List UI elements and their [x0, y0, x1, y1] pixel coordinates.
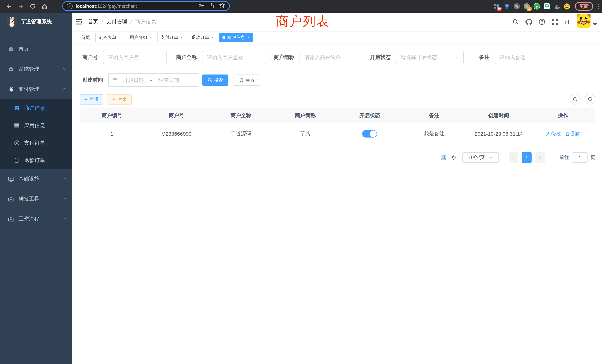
chevron-down-icon — [455, 55, 460, 60]
sidebar-item-label: 支付订单 — [24, 139, 45, 146]
close-icon[interactable]: × — [247, 35, 250, 40]
sidebar-submenu-pay: 商户信息 应用信息 ¥ 支付订单 — [0, 99, 72, 169]
sidebar-item-home[interactable]: 首页 — [0, 39, 72, 59]
export-button[interactable]: 导出 — [107, 94, 132, 104]
search-icon — [208, 78, 212, 82]
browser-forward-icon[interactable] — [18, 3, 24, 9]
tab-merchant-info[interactable]: 商户信息× — [219, 33, 253, 42]
tab-pay-order[interactable]: 支付订单× — [157, 33, 186, 42]
refresh-table-button[interactable] — [585, 94, 595, 105]
sidebar-item-label: 退款订单 — [24, 157, 45, 164]
delete-link[interactable]: 删除 — [565, 130, 581, 137]
col-actions: 操作 — [531, 108, 595, 123]
extension-command-icon[interactable]: ⌘ — [513, 3, 520, 10]
sidebar-item-merchant-info[interactable]: 商户信息 — [0, 99, 72, 117]
plus-icon: + — [85, 96, 87, 102]
browser-back-icon[interactable] — [6, 3, 12, 9]
end-date-input[interactable] — [153, 77, 185, 83]
start-date-input[interactable] — [118, 77, 149, 83]
next-page-button[interactable] — [535, 152, 545, 163]
tab-process-form[interactable]: 流程表单× — [95, 33, 124, 42]
page-size-select[interactable]: 10条/页 — [462, 152, 499, 163]
trash-icon — [565, 131, 570, 136]
extensions-puzzle-icon[interactable] — [553, 3, 560, 10]
font-size-icon[interactable]: TT — [565, 19, 570, 25]
sidebar-item-dev-tools[interactable]: 研发工具 — [0, 189, 72, 209]
sidebar-item-label: 基础设施 — [19, 176, 39, 182]
help-icon[interactable] — [539, 19, 545, 25]
prev-page-button[interactable] — [509, 152, 518, 163]
bookmark-star-icon[interactable] — [219, 2, 225, 10]
sidebar-item-pay-order[interactable]: ¥ 支付订单 — [0, 134, 72, 152]
address-bar[interactable]: i localhost:1024/pay/merchant — [62, 1, 230, 11]
pagination: 共 1 条 10条/页 1 前往 页 — [80, 152, 595, 163]
chevron-up-icon — [63, 86, 67, 92]
merchant-table: 商户编号 商户号 商户全称 商户简称 开启状态 备注 创建时间 操作 1 M23… — [80, 108, 595, 144]
create-time-range-picker[interactable]: - — [108, 73, 199, 87]
merchant-no-input[interactable] — [103, 51, 167, 64]
password-key-icon[interactable] — [198, 2, 204, 10]
share-icon[interactable] — [209, 2, 215, 10]
tab-refund-order[interactable]: 退款订单× — [188, 33, 217, 42]
tab-user-group[interactable]: 用户分组× — [126, 33, 155, 42]
close-icon[interactable]: × — [119, 35, 121, 40]
search-icon[interactable] — [512, 19, 519, 25]
browser-home-icon[interactable] — [42, 3, 47, 9]
sidebar-item-pay[interactable]: ¥ 支付管理 — [0, 79, 72, 99]
toggle-search-button[interactable] — [570, 94, 580, 105]
extension-chat-icon[interactable] — [543, 3, 550, 10]
main-content: 首页 / 支付管理 / 商户信息 TT — [72, 13, 602, 364]
extension-pin-icon[interactable] — [503, 3, 510, 10]
edit-link[interactable]: 修改 — [545, 130, 561, 137]
extension-status-icon[interactable]: 1 — [523, 3, 530, 10]
chevron-down-icon — [488, 156, 493, 160]
search-button[interactable]: 搜索 — [202, 75, 228, 86]
browser-refresh-icon[interactable] — [30, 3, 36, 9]
reset-button[interactable]: 重置 — [234, 75, 260, 86]
full-name-input[interactable] — [202, 51, 266, 64]
short-name-input[interactable] — [300, 51, 363, 64]
status-label: 开启状态 — [370, 54, 396, 61]
gear-icon — [8, 66, 14, 72]
col-merchant-no: 商户号 — [144, 108, 209, 123]
sidebar-item-app-info[interactable]: 应用信息 — [0, 117, 72, 134]
search-form-row-1: 商户号 商户全称 商户简称 开启状态 请选择开启状态 — [80, 51, 595, 64]
close-icon[interactable]: × — [212, 35, 214, 40]
breadcrumb: 首页 / 支付管理 / 商户信息 — [88, 19, 156, 25]
store-icon — [14, 105, 20, 111]
table-row: 1 M233666999 芋道源码 芋艿 我是备注 2021-10-23 08:… — [80, 123, 595, 144]
sidebar-item-infra[interactable]: 基础设施 — [0, 169, 72, 189]
sidebar-collapse-icon[interactable] — [72, 13, 86, 31]
close-icon[interactable]: × — [150, 35, 152, 40]
chrome-update-button[interactable]: 更新 — [575, 2, 593, 11]
sidebar-item-label: 工作流程 — [19, 216, 39, 222]
fullscreen-icon[interactable] — [552, 19, 558, 25]
sidebar-item-system[interactable]: 系统管理 — [0, 59, 72, 79]
browser-menu-icon[interactable] — [598, 4, 599, 9]
url-text: localhost:1024/pay/merchant — [76, 3, 195, 9]
remark-input[interactable] — [495, 51, 565, 64]
col-create-time: 创建时间 — [466, 108, 531, 123]
sidebar-item-workflow[interactable]: 工作流程 — [0, 209, 72, 229]
profile-emoji-icon[interactable] — [563, 3, 570, 10]
add-button[interactable]: + 新增 — [80, 94, 103, 104]
goto-page-input[interactable] — [572, 152, 588, 163]
chevron-down-icon — [63, 216, 67, 222]
active-dot — [222, 36, 225, 39]
extension-grid-icon[interactable]: 10 — [493, 3, 500, 10]
github-icon[interactable] — [525, 18, 532, 25]
breadcrumb-home[interactable]: 首页 — [88, 19, 98, 25]
extension-yuque-icon[interactable]: y — [533, 3, 540, 10]
status-toggle[interactable] — [362, 130, 377, 137]
app-logo[interactable]: 芋道管理系统 — [0, 13, 72, 31]
close-icon[interactable]: × — [181, 35, 183, 40]
user-avatar-menu[interactable] — [577, 14, 597, 30]
site-info-icon[interactable]: i — [67, 3, 73, 9]
tab-home[interactable]: 首页 — [78, 33, 93, 42]
page-number-1[interactable]: 1 — [522, 152, 532, 163]
sidebar-item-refund-order[interactable]: 退款订单 — [0, 152, 72, 169]
cell-merchant-no: M233666999 — [144, 123, 209, 144]
status-select[interactable]: 请选择开启状态 — [396, 51, 464, 64]
breadcrumb-pay[interactable]: 支付管理 — [106, 19, 127, 25]
cell-remark: 我是备注 — [402, 123, 466, 144]
